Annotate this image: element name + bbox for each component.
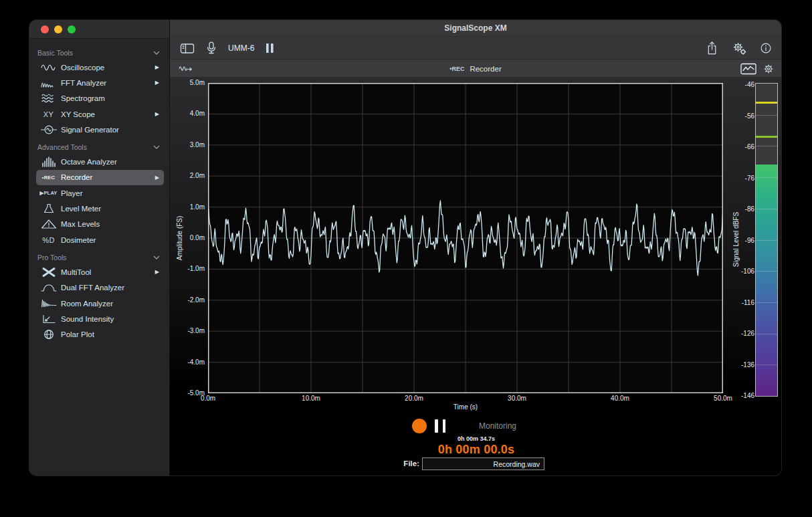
dual-fft-analyzer-icon (37, 282, 60, 293)
expand-arrow-icon: ▶ (155, 111, 159, 117)
sidebar-item-label: Recorder (60, 173, 155, 181)
close-window-button[interactable] (41, 25, 49, 33)
y-tick-label: -3.0m (170, 327, 205, 335)
max-levels-icon (37, 219, 60, 229)
gear-icon (763, 63, 775, 75)
meter-segment-line (756, 365, 777, 365)
record-button[interactable] (412, 419, 427, 433)
sidebar-item-label: Room Analyzer (60, 300, 159, 308)
sidebar-item-max-levels[interactable]: Max Levels (36, 217, 164, 232)
section-header-advanced-tools[interactable]: Advanced Tools (36, 140, 164, 154)
meter-tick-label: -66 (722, 143, 754, 151)
sidebar-item-label: Player (60, 189, 159, 197)
sidebar-toggle-icon (180, 43, 195, 54)
meter-tick-label: -136 (722, 361, 754, 369)
input-device-name[interactable]: UMM-6 (228, 43, 254, 53)
sidebar-item-signal-generator[interactable]: Signal Generator (36, 122, 164, 137)
y-tick-label: 3.0m (170, 141, 205, 149)
chevron-down-icon (153, 51, 160, 55)
meter-tick-label: -46 (722, 81, 754, 89)
info-button[interactable] (760, 42, 772, 54)
app-window: Basic ToolsOscilloscope▶FFT Analyzer▶Spe… (29, 20, 781, 476)
microphone-button[interactable] (206, 41, 217, 55)
window-title: SignalScope XM (444, 23, 506, 33)
meter-segment-line (756, 209, 777, 209)
section-header-basic-tools[interactable]: Basic Tools (36, 45, 164, 60)
section-header-pro-tools[interactable]: Pro Tools (36, 250, 164, 264)
room-analyzer-icon (37, 298, 60, 309)
xy-scope-icon: XY (37, 110, 60, 118)
recorder-header: •REC Recorder (170, 59, 781, 78)
sidebar-item-dual-fft-analyzer[interactable]: Dual FFT Analyzer (36, 280, 164, 296)
tool-title: Recorder (470, 65, 501, 73)
recorder-header-title: •REC Recorder (170, 60, 781, 78)
zoom-window-button[interactable] (68, 25, 76, 33)
meter-tick-label: -126 (722, 330, 754, 338)
expand-arrow-icon: ▶ (155, 269, 159, 275)
x-tick-label: 10.0m (291, 395, 331, 403)
toolbar-right (706, 37, 772, 60)
sidebar-item-player[interactable]: ▶PLAYPlayer (36, 185, 164, 201)
expand-arrow-icon: ▶ (155, 175, 159, 181)
sidebar-item-octave-analyzer[interactable]: Octave Analyzer (36, 154, 164, 169)
meter-segment-line (756, 146, 777, 146)
sidebar-item-room-analyzer[interactable]: Room Analyzer (36, 296, 164, 311)
y-tick-label: -4.0m (170, 358, 205, 367)
sidebar-item-recorder[interactable]: •RECRecorder▶ (36, 170, 164, 185)
section-label: Basic Tools (37, 49, 73, 57)
gear-button[interactable] (763, 63, 775, 75)
settings-gears-button[interactable] (732, 41, 746, 55)
sidebar-item-sound-intensity[interactable]: Sound Intensity (36, 311, 164, 326)
meter-tick-label: -146 (722, 392, 754, 400)
toolbar-left: UMM-6 (180, 37, 274, 60)
sound-intensity-icon (37, 314, 60, 324)
pause-button[interactable] (435, 419, 445, 433)
file-name-input[interactable] (422, 457, 544, 470)
minimize-window-button[interactable] (54, 25, 62, 33)
sidebar-item-oscilloscope[interactable]: Oscilloscope▶ (36, 60, 164, 75)
chevron-down-icon (153, 145, 160, 149)
meter-tick-label: -106 (722, 268, 754, 276)
section-label: Advanced Tools (37, 143, 87, 151)
chart-display-icon (740, 63, 756, 75)
settings-gears-icon (732, 41, 746, 55)
sidebar-item-dosimeter[interactable]: %DDosimeter (36, 232, 164, 247)
fft-analyzer-icon (37, 78, 60, 88)
tool-list: Basic ToolsOscilloscope▶FFT Analyzer▶Spe… (29, 39, 169, 342)
sidebar-item-label: Octave Analyzer (60, 158, 159, 166)
sidebar-item-label: Oscilloscope (60, 64, 155, 72)
dosimeter-icon: %D (37, 236, 60, 244)
meter-tick-label: -96 (722, 237, 754, 245)
x-tick-label: 0.0m (188, 395, 228, 403)
pause-bar (443, 419, 446, 433)
sidebar-titlebar (29, 20, 169, 39)
sidebar-item-label: MultiTool (60, 268, 155, 276)
share-button[interactable] (706, 41, 718, 56)
sidebar-item-multitool[interactable]: MultiTool▶ (36, 264, 164, 280)
chevron-down-icon (153, 255, 160, 260)
x-tick-label: 30.0m (497, 395, 537, 403)
meter-fill (756, 165, 777, 396)
spectrogram-icon (37, 93, 60, 104)
sidebar-item-label: Polar Plot (60, 330, 159, 338)
sidebar-item-polar-plot[interactable]: Polar Plot (36, 326, 164, 342)
sidebar-item-spectrogram[interactable]: Spectrogram (36, 91, 164, 106)
expand-arrow-icon: ▶ (155, 80, 159, 86)
meter-segment-line (756, 271, 777, 272)
toolbar-pause-button[interactable] (266, 43, 274, 54)
level-meter-icon (37, 203, 60, 214)
sidebar-item-label: Max Levels (60, 220, 159, 228)
y-tick-label: -1.0m (170, 265, 205, 273)
sidebar-toggle-button[interactable] (180, 43, 195, 54)
recorder-content: Amplitude (FS) Time (s) Signal Level dBF… (170, 77, 781, 476)
waveform-plot (208, 83, 723, 393)
sidebar-item-xy-scope[interactable]: XYXY Scope▶ (36, 106, 164, 122)
sidebar-item-level-meter[interactable]: Level Meter (36, 201, 164, 216)
sidebar-item-label: XY Scope (60, 110, 155, 118)
sidebar-item-fft-analyzer[interactable]: FFT Analyzer▶ (36, 75, 164, 90)
pause-bar (435, 419, 438, 433)
sidebar-item-label: FFT Analyzer (60, 79, 155, 87)
rec-badge: •REC (449, 66, 464, 72)
chart-display-button[interactable] (740, 63, 756, 75)
y-tick-label: -2.0m (170, 296, 205, 304)
